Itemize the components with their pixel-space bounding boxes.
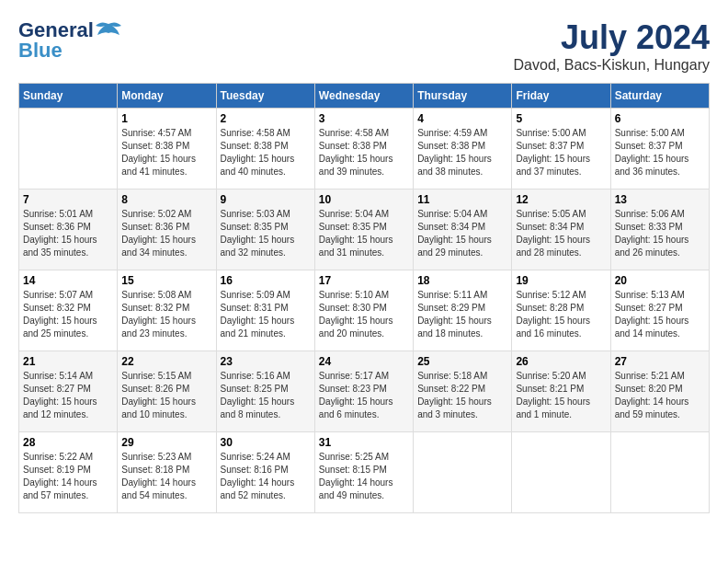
calendar-cell	[512, 432, 610, 513]
day-number: 19	[516, 274, 606, 287]
day-info: Sunrise: 5:13 AM Sunset: 8:27 PM Dayligh…	[615, 289, 705, 340]
day-number: 12	[516, 193, 606, 206]
calendar-cell: 7Sunrise: 5:01 AM Sunset: 8:36 PM Daylig…	[19, 190, 118, 270]
day-number: 16	[221, 274, 311, 287]
day-number: 28	[23, 436, 113, 449]
header-wednesday: Wednesday	[314, 84, 413, 109]
day-number: 29	[121, 436, 211, 449]
day-info: Sunrise: 5:03 AM Sunset: 8:35 PM Dayligh…	[221, 208, 311, 259]
day-info: Sunrise: 5:08 AM Sunset: 8:32 PM Dayligh…	[121, 289, 211, 340]
day-number: 24	[319, 355, 409, 368]
calendar-cell: 24Sunrise: 5:17 AM Sunset: 8:23 PM Dayli…	[314, 351, 413, 432]
day-info: Sunrise: 5:00 AM Sunset: 8:37 PM Dayligh…	[615, 127, 705, 178]
week-row-4: 21Sunrise: 5:14 AM Sunset: 8:27 PM Dayli…	[19, 351, 710, 432]
day-info: Sunrise: 4:57 AM Sunset: 8:38 PM Dayligh…	[121, 127, 211, 178]
logo: General Blue	[18, 18, 123, 63]
calendar-cell: 5Sunrise: 5:00 AM Sunset: 8:37 PM Daylig…	[512, 109, 610, 190]
calendar-cell: 14Sunrise: 5:07 AM Sunset: 8:32 PM Dayli…	[19, 270, 118, 351]
day-info: Sunrise: 5:11 AM Sunset: 8:29 PM Dayligh…	[417, 289, 507, 340]
day-info: Sunrise: 5:15 AM Sunset: 8:26 PM Dayligh…	[121, 370, 211, 421]
logo-blue: Blue	[18, 39, 63, 63]
day-number: 11	[417, 193, 507, 206]
day-number: 5	[516, 112, 606, 125]
day-number: 4	[417, 112, 507, 125]
day-number: 13	[615, 193, 705, 206]
logo-bird-icon	[94, 20, 123, 40]
day-info: Sunrise: 5:23 AM Sunset: 8:18 PM Dayligh…	[121, 451, 211, 502]
calendar-cell: 30Sunrise: 5:24 AM Sunset: 8:16 PM Dayli…	[216, 432, 314, 513]
day-number: 15	[121, 274, 211, 287]
calendar-cell: 27Sunrise: 5:21 AM Sunset: 8:20 PM Dayli…	[610, 351, 709, 432]
calendar-cell: 19Sunrise: 5:12 AM Sunset: 8:28 PM Dayli…	[512, 270, 610, 351]
calendar-cell: 11Sunrise: 5:04 AM Sunset: 8:34 PM Dayli…	[414, 190, 512, 270]
calendar-cell: 20Sunrise: 5:13 AM Sunset: 8:27 PM Dayli…	[610, 270, 709, 351]
day-number: 30	[221, 436, 311, 449]
calendar-cell: 23Sunrise: 5:16 AM Sunset: 8:25 PM Dayli…	[216, 351, 314, 432]
day-info: Sunrise: 5:14 AM Sunset: 8:27 PM Dayligh…	[23, 370, 113, 421]
day-number: 23	[221, 355, 311, 368]
week-row-1: 1Sunrise: 4:57 AM Sunset: 8:38 PM Daylig…	[19, 109, 710, 190]
day-number: 14	[23, 274, 113, 287]
calendar-cell: 28Sunrise: 5:22 AM Sunset: 8:19 PM Dayli…	[19, 432, 118, 513]
day-number: 2	[221, 112, 311, 125]
week-row-2: 7Sunrise: 5:01 AM Sunset: 8:36 PM Daylig…	[19, 190, 710, 270]
subtitle: Davod, Bacs-Kiskun, Hungary	[514, 57, 710, 74]
calendar-cell	[610, 432, 709, 513]
calendar-cell: 8Sunrise: 5:02 AM Sunset: 8:36 PM Daylig…	[118, 190, 216, 270]
calendar-cell: 10Sunrise: 5:04 AM Sunset: 8:35 PM Dayli…	[314, 190, 413, 270]
calendar-cell	[414, 432, 512, 513]
day-info: Sunrise: 5:12 AM Sunset: 8:28 PM Dayligh…	[516, 289, 606, 340]
calendar-cell: 16Sunrise: 5:09 AM Sunset: 8:31 PM Dayli…	[216, 270, 314, 351]
week-row-3: 14Sunrise: 5:07 AM Sunset: 8:32 PM Dayli…	[19, 270, 710, 351]
day-info: Sunrise: 5:25 AM Sunset: 8:15 PM Dayligh…	[319, 451, 409, 502]
title-section: July 2024 Davod, Bacs-Kiskun, Hungary	[514, 18, 710, 74]
day-number: 27	[615, 355, 705, 368]
day-info: Sunrise: 5:22 AM Sunset: 8:19 PM Dayligh…	[23, 451, 113, 502]
day-info: Sunrise: 5:05 AM Sunset: 8:34 PM Dayligh…	[516, 208, 606, 259]
day-number: 26	[516, 355, 606, 368]
day-info: Sunrise: 5:04 AM Sunset: 8:35 PM Dayligh…	[319, 208, 409, 259]
calendar-cell: 1Sunrise: 4:57 AM Sunset: 8:38 PM Daylig…	[118, 109, 216, 190]
day-info: Sunrise: 5:17 AM Sunset: 8:23 PM Dayligh…	[319, 370, 409, 421]
day-number: 21	[23, 355, 113, 368]
day-info: Sunrise: 5:00 AM Sunset: 8:37 PM Dayligh…	[516, 127, 606, 178]
calendar-table: SundayMondayTuesdayWednesdayThursdayFrid…	[18, 83, 710, 513]
day-info: Sunrise: 5:06 AM Sunset: 8:33 PM Dayligh…	[615, 208, 705, 259]
header-saturday: Saturday	[610, 84, 709, 109]
header-tuesday: Tuesday	[216, 84, 314, 109]
day-number: 8	[121, 193, 211, 206]
day-number: 31	[319, 436, 409, 449]
day-info: Sunrise: 5:16 AM Sunset: 8:25 PM Dayligh…	[221, 370, 311, 421]
day-info: Sunrise: 5:24 AM Sunset: 8:16 PM Dayligh…	[221, 451, 311, 502]
day-number: 18	[417, 274, 507, 287]
day-info: Sunrise: 5:02 AM Sunset: 8:36 PM Dayligh…	[121, 208, 211, 259]
day-info: Sunrise: 5:07 AM Sunset: 8:32 PM Dayligh…	[23, 289, 113, 340]
calendar-cell: 3Sunrise: 4:58 AM Sunset: 8:38 PM Daylig…	[314, 109, 413, 190]
calendar-cell: 29Sunrise: 5:23 AM Sunset: 8:18 PM Dayli…	[118, 432, 216, 513]
day-info: Sunrise: 5:01 AM Sunset: 8:36 PM Dayligh…	[23, 208, 113, 259]
day-number: 7	[23, 193, 113, 206]
calendar-cell: 15Sunrise: 5:08 AM Sunset: 8:32 PM Dayli…	[118, 270, 216, 351]
day-info: Sunrise: 5:18 AM Sunset: 8:22 PM Dayligh…	[417, 370, 507, 421]
main-title: July 2024	[514, 18, 710, 57]
calendar-cell: 6Sunrise: 5:00 AM Sunset: 8:37 PM Daylig…	[610, 109, 709, 190]
day-info: Sunrise: 5:21 AM Sunset: 8:20 PM Dayligh…	[615, 370, 705, 421]
day-info: Sunrise: 5:10 AM Sunset: 8:30 PM Dayligh…	[319, 289, 409, 340]
calendar-cell: 13Sunrise: 5:06 AM Sunset: 8:33 PM Dayli…	[610, 190, 709, 270]
day-number: 1	[121, 112, 211, 125]
header-sunday: Sunday	[19, 84, 118, 109]
day-number: 22	[121, 355, 211, 368]
day-number: 25	[417, 355, 507, 368]
header-row: SundayMondayTuesdayWednesdayThursdayFrid…	[19, 84, 710, 109]
day-number: 17	[319, 274, 409, 287]
calendar-cell: 25Sunrise: 5:18 AM Sunset: 8:22 PM Dayli…	[414, 351, 512, 432]
calendar-header: SundayMondayTuesdayWednesdayThursdayFrid…	[19, 84, 710, 109]
day-info: Sunrise: 5:04 AM Sunset: 8:34 PM Dayligh…	[417, 208, 507, 259]
calendar-cell	[19, 109, 118, 190]
calendar-cell: 9Sunrise: 5:03 AM Sunset: 8:35 PM Daylig…	[216, 190, 314, 270]
header-thursday: Thursday	[414, 84, 512, 109]
calendar-cell: 31Sunrise: 5:25 AM Sunset: 8:15 PM Dayli…	[314, 432, 413, 513]
day-info: Sunrise: 5:20 AM Sunset: 8:21 PM Dayligh…	[516, 370, 606, 421]
week-row-5: 28Sunrise: 5:22 AM Sunset: 8:19 PM Dayli…	[19, 432, 710, 513]
header-monday: Monday	[118, 84, 216, 109]
